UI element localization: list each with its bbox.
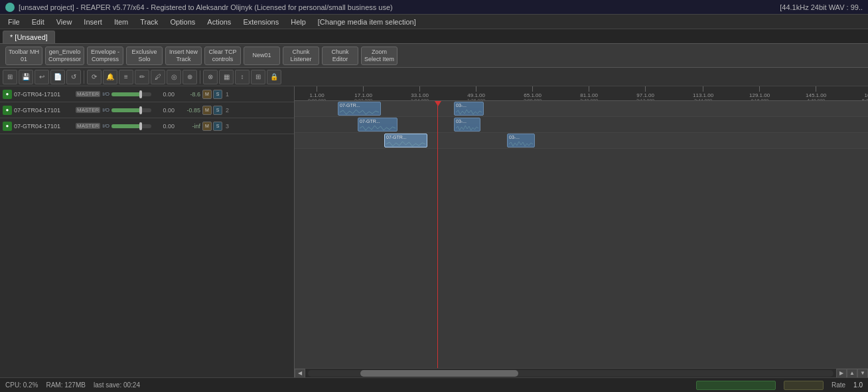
last-save: last save: 00:24: [94, 381, 140, 389]
scroll-left-btn[interactable]: ◀: [295, 369, 305, 378]
icon-btn-1[interactable]: 💾: [19, 70, 33, 84]
insert-new-track-button[interactable]: Insert New Track: [165, 47, 202, 65]
ruler-tick-1-1-00: 1.1.00 0:00.000: [308, 86, 326, 101]
audio-clip-clip1-1[interactable]: 07-GTR...: [338, 102, 381, 116]
icon-btn-6[interactable]: 🔔: [103, 70, 117, 84]
track-master-1[interactable]: MASTER: [76, 91, 100, 97]
audio-clip-clip2-1[interactable]: 07-GTR...: [358, 118, 398, 132]
icon-btn-9[interactable]: 🖊: [151, 70, 165, 84]
track-solo-1[interactable]: S: [213, 90, 222, 99]
arrange-content[interactable]: 07-GTR... 03-... 07-GTR... 03-... 07-GTR…: [295, 101, 868, 368]
icon-btn-16[interactable]: 🔒: [267, 70, 281, 84]
track-io-2[interactable]: I/O: [102, 107, 109, 113]
audio-clip-clip1-2[interactable]: 03-...: [454, 102, 484, 116]
menu-item-options[interactable]: Options: [165, 17, 200, 27]
scroll-track[interactable]: [308, 370, 833, 377]
icon-btn-11[interactable]: ⊕: [182, 70, 197, 84]
chunk-listener-button[interactable]: Chunk Listener: [283, 47, 319, 65]
scroll-thumb[interactable]: [360, 370, 518, 377]
tab-bar: * [Unsaved]: [0, 29, 868, 44]
clear-tcp-controls-button[interactable]: Clear TCP controls: [204, 47, 241, 65]
track-ms-1: M S: [202, 90, 222, 99]
menu-item-help[interactable]: Help: [285, 17, 311, 27]
clip-label: 03-...: [456, 103, 482, 108]
track-mute-2[interactable]: M: [202, 106, 212, 115]
gen-envelo-compressor-button[interactable]: gen_Envelo Compressor: [45, 47, 84, 65]
scroll-right-btn[interactable]: ▶: [836, 369, 847, 378]
menu-item-view[interactable]: View: [51, 17, 78, 27]
audio-clip-clip3-1[interactable]: 07-GTR...: [384, 134, 427, 147]
icon-btn-13[interactable]: ▦: [219, 70, 234, 84]
track-db-2: -0.85: [177, 107, 200, 114]
track-ms-3: M S: [202, 122, 222, 131]
track-mute-3[interactable]: M: [202, 122, 212, 131]
track-lane-1[interactable]: 07-GTR... 03-...: [295, 101, 868, 117]
icon-btn-5[interactable]: ⟳: [87, 70, 102, 84]
icon-btn-10[interactable]: ◎: [167, 70, 181, 84]
toolbar: Toolbar MH 01gen_Envelo CompressorEnvelo…: [0, 44, 868, 68]
track-db-3: -inf: [177, 123, 200, 130]
track-fader-2[interactable]: [111, 108, 151, 112]
ruler-tick-129-1-00: 129.1.00 4:16.000: [749, 86, 770, 101]
menu-item-extensions[interactable]: Extensions: [238, 17, 284, 27]
menu-item-track[interactable]: Track: [135, 17, 163, 27]
track-ms-2: M S: [202, 106, 222, 115]
new01-button[interactable]: New01: [244, 47, 280, 65]
clip-label: 07-GTR...: [386, 135, 425, 140]
menu-item--change-media-item-selection-[interactable]: [Change media item selection]: [313, 17, 421, 27]
icon-btn-2[interactable]: ↩: [35, 70, 49, 84]
track-fader-1[interactable]: [111, 92, 151, 96]
icon-btn-14[interactable]: ↕: [235, 70, 250, 84]
icon-btn-8[interactable]: ✏: [135, 70, 149, 84]
track-io-3[interactable]: I/O: [102, 123, 109, 129]
envelope-compress-button[interactable]: Envelope - Compress: [87, 47, 123, 65]
clip-label: 03-...: [509, 135, 533, 140]
ruler-tick-145-1-00: 145.1.00 4:48.000: [806, 86, 826, 101]
track-row-3[interactable]: ● 07-GTR04-17101 MASTER I/O 0.00 -inf M …: [0, 118, 294, 134]
audio-clip-clip2-2[interactable]: 03-...: [454, 118, 480, 132]
track-mute-1[interactable]: M: [202, 90, 212, 99]
chunk-editor-button[interactable]: Chunk Editor: [322, 47, 358, 65]
track-master-2[interactable]: MASTER: [76, 107, 100, 113]
audio-info: [44.1kHz 24bit WAV : 99..: [780, 3, 863, 11]
icon-btn-7[interactable]: ≡: [119, 70, 133, 84]
track-lane-2[interactable]: 07-GTR... 03-...: [295, 117, 868, 133]
icon-btn-15[interactable]: ⊞: [251, 70, 265, 84]
track-master-3[interactable]: MASTER: [76, 123, 100, 129]
icon-btn-12[interactable]: ⊗: [203, 70, 218, 84]
toolbar-mh-01-button[interactable]: Toolbar MH 01: [5, 47, 42, 65]
audio-clip-clip3-2[interactable]: 03-...: [507, 134, 535, 147]
menu-item-edit[interactable]: Edit: [27, 17, 50, 27]
track-row-1[interactable]: ● 07-GTR04-17101 MASTER I/O 0.00 -8.6 M …: [0, 86, 294, 102]
track-io-1[interactable]: I/O: [102, 91, 109, 97]
track-solo-2[interactable]: S: [213, 106, 222, 115]
zoom-select-item-button[interactable]: Zoom Select Item: [361, 47, 398, 65]
clip-label: 03-...: [456, 119, 478, 124]
main-area: ● 07-GTR04-17101 MASTER I/O 0.00 -8.6 M …: [0, 86, 868, 377]
icon-btn-3[interactable]: 📄: [50, 70, 65, 84]
ruler-tick-33-1-00: 33.1.00 1:04.000: [411, 86, 429, 101]
ruler-tick-49-1-00: 49.1.00 1:36.000: [467, 86, 485, 101]
scroll-down-btn[interactable]: ▼: [857, 369, 868, 378]
arrange-view: 1.1.00 0:00.000 17.1.00 0:32.000 33.1.00…: [295, 86, 868, 377]
track-solo-3[interactable]: S: [213, 122, 222, 131]
track-name-1: 07-GTR04-17101: [14, 91, 74, 98]
menu-item-insert[interactable]: Insert: [78, 17, 108, 27]
icon-separator-12: [200, 70, 200, 84]
menu-item-file[interactable]: File: [3, 17, 25, 27]
track-fader-3[interactable]: [111, 124, 151, 128]
icon-btn-4[interactable]: ↺: [66, 70, 81, 84]
ruler-tick-81-1-00: 81.1.00 2:40.000: [580, 86, 598, 101]
ruler-tick-161-1: 161.1 5:20.000: [862, 86, 868, 101]
menu-item-actions[interactable]: Actions: [202, 17, 236, 27]
ruler-tick-113-1-00: 113.1.00 3:44.000: [693, 86, 713, 101]
track-row-2[interactable]: ● 07-GTR04-17101 MASTER I/O 0.00 -0.85 M…: [0, 102, 294, 118]
track-lane-3[interactable]: 07-GTR... 03-...: [295, 133, 868, 149]
tab-unsaved[interactable]: * [Unsaved]: [3, 31, 55, 43]
menu-item-item[interactable]: Item: [109, 17, 133, 27]
cpu-meter: [784, 381, 824, 390]
icon-btn-0[interactable]: ⊞: [3, 70, 17, 84]
scroll-up-btn[interactable]: ▲: [847, 369, 857, 378]
exclusive-solo-button[interactable]: Exclusive Solo: [126, 47, 163, 65]
track-name-2: 07-GTR04-17101: [14, 107, 74, 114]
